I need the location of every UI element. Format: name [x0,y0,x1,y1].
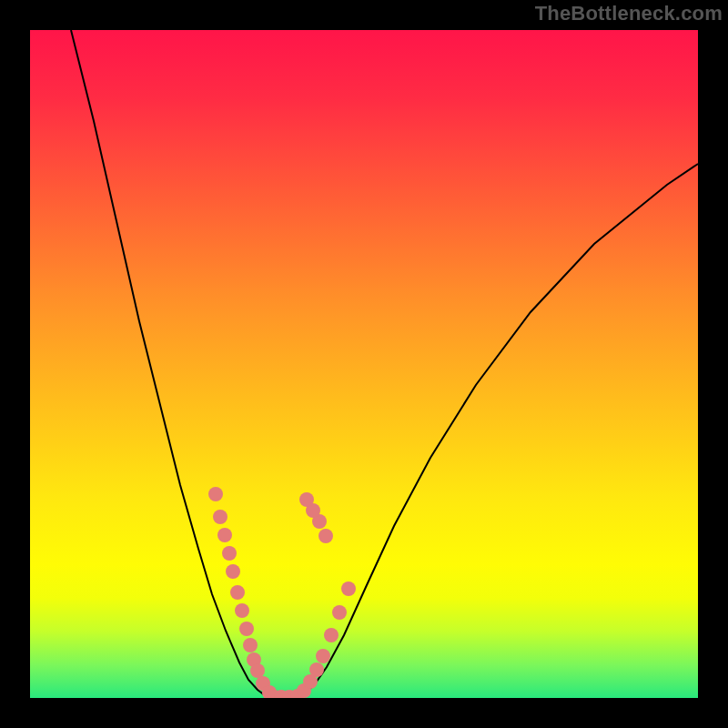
sample-marker [239,622,254,636]
sample-marker [318,529,333,543]
sample-marker [250,663,265,678]
watermark-label: TheBottleneck.com [535,2,723,25]
sample-marker [208,487,223,501]
sample-marker [309,662,324,677]
sample-marker [226,564,240,579]
sample-marker [217,528,232,542]
sample-marker [230,585,245,600]
sample-marker [299,492,314,507]
sample-marker [222,546,237,561]
chart-frame: TheBottleneck.com [0,0,728,728]
sample-marker [235,603,249,618]
plot-area [30,30,698,698]
curve-layer [30,30,698,698]
sample-marker [332,605,347,620]
sample-marker [341,581,356,596]
sample-marker [316,649,330,663]
sample-marker [243,638,258,652]
sample-marker [324,628,339,642]
sample-marker [213,510,228,524]
